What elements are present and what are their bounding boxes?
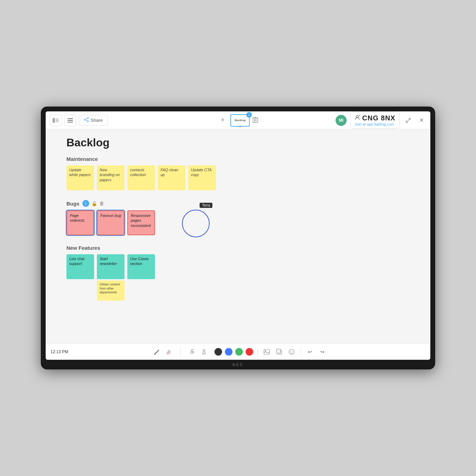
user-avatar: MI xyxy=(336,115,347,126)
style-tools: S S xyxy=(185,347,212,357)
sticky-obtain-content[interactable]: Obtain content from other departments xyxy=(97,281,125,301)
panel-toggle-button[interactable] xyxy=(50,115,62,126)
separator-1 xyxy=(180,348,181,356)
pen-tool-button[interactable] xyxy=(152,347,162,357)
separator-2 xyxy=(257,348,258,356)
svg-point-30 xyxy=(289,349,294,354)
sticky-page-redirects[interactable]: Page redirects xyxy=(66,210,94,235)
sticky-live-chat[interactable]: Live chat support xyxy=(66,254,94,279)
toolbar-right: MI CNG 8NX Join at app. xyxy=(336,112,426,129)
color-green[interactable] xyxy=(235,348,243,356)
svg-rect-5 xyxy=(67,120,73,121)
share-label: Share xyxy=(91,118,103,123)
bugs-title: Bugs xyxy=(66,201,80,207)
bottom-toolbar: 12:13 PM xyxy=(46,343,430,360)
sticky-responsive-container: Responsive pages inconsistent Terra xyxy=(127,210,155,235)
person-icon xyxy=(355,115,360,122)
circle-annotation: Terra xyxy=(182,210,210,237)
svg-point-31 xyxy=(290,351,291,351)
svg-line-21 xyxy=(406,118,410,122)
style-s2-button[interactable]: S xyxy=(199,347,209,357)
toolbar-left: Share xyxy=(50,115,108,126)
join-code: CNG 8NX xyxy=(362,114,395,122)
tv-brand-label: NEC xyxy=(232,363,244,367)
emoji-tool-button[interactable] xyxy=(287,347,296,357)
join-card-top: CNG 8NX xyxy=(355,114,395,122)
page-dropdown-arrow[interactable]: ▾ xyxy=(239,125,241,128)
pen-tools xyxy=(149,347,176,357)
minimize-button[interactable] xyxy=(403,116,413,125)
separator-3 xyxy=(301,348,301,356)
sticky-favicon-bug[interactable]: Favicon bug xyxy=(97,210,125,235)
sticky-update-cta-copy[interactable]: Update CTA copy xyxy=(188,165,216,190)
svg-rect-3 xyxy=(56,121,59,122)
image-tool-button[interactable] xyxy=(262,347,272,357)
time-display: 12:13 PM xyxy=(51,349,68,354)
sticky-update-white-papers[interactable]: Update white papers xyxy=(66,165,94,190)
maintenance-section: Maintenance Update white papers New bran… xyxy=(66,156,410,190)
share-button[interactable]: Share xyxy=(79,115,108,126)
sticky-new-branding[interactable]: New branding on papers xyxy=(97,165,125,190)
maintenance-stickies: Update white papers New branding on pape… xyxy=(66,165,410,190)
svg-rect-2 xyxy=(56,120,59,121)
bug-lock-icon[interactable]: 🔒 xyxy=(91,201,97,206)
bug-trash-icon[interactable]: 🗑 xyxy=(99,201,104,206)
delete-page-button[interactable] xyxy=(253,117,258,124)
board-title: Backlog xyxy=(66,136,410,149)
duplicate-tool-button[interactable] xyxy=(274,347,284,357)
svg-point-8 xyxy=(84,119,86,120)
new-features-section: New Features Live chat support Start new… xyxy=(66,245,410,301)
bugs-stickies: Page redirects Favicon bug Responsive pa… xyxy=(66,210,410,235)
page-count-badge: 1 xyxy=(246,112,252,118)
sticky-start-newsletter[interactable]: Start newsletter xyxy=(97,254,125,279)
sticky-use-cases[interactable]: Use Cases section xyxy=(127,254,155,279)
svg-rect-26 xyxy=(264,349,269,354)
sticky-faq-clean-up[interactable]: FAQ clean up xyxy=(158,165,185,190)
bottom-tools: S S xyxy=(149,347,327,357)
svg-rect-1 xyxy=(56,119,59,119)
add-page-button[interactable]: + xyxy=(218,116,228,125)
toolbar-center: + Backlog 1 ▾ xyxy=(218,114,258,127)
redo-button[interactable]: ↪ xyxy=(318,347,327,357)
svg-line-10 xyxy=(85,118,87,119)
bugs-section: Bugs i 🔒 🗑 Page redirects Favicon bug Re… xyxy=(66,200,410,235)
svg-rect-6 xyxy=(67,122,73,122)
close-button[interactable]: ✕ xyxy=(416,116,426,125)
top-toolbar: Share + Backlog 1 ▾ xyxy=(46,111,430,129)
svg-point-7 xyxy=(87,118,89,119)
sticky-responsive-pages[interactable]: Responsive pages inconsistent xyxy=(127,210,155,235)
sticky-contacts-collection[interactable]: contacts collection xyxy=(127,165,155,190)
bugs-icons: i 🔒 🗑 xyxy=(82,200,104,207)
maintenance-title: Maintenance xyxy=(66,156,410,162)
svg-point-18 xyxy=(356,116,358,118)
menu-button[interactable] xyxy=(64,115,76,126)
color-black[interactable] xyxy=(214,348,222,356)
svg-rect-4 xyxy=(67,118,73,119)
canvas-area[interactable]: Backlog Maintenance Update white papers … xyxy=(46,129,430,343)
join-url: Join at app.flatfrog.com xyxy=(355,122,394,126)
new-features-title: New Features xyxy=(66,245,410,251)
join-card: CNG 8NX Join at app.flatfrog.com xyxy=(350,112,400,129)
style-s1-button[interactable]: S xyxy=(187,347,197,357)
svg-point-27 xyxy=(265,350,266,351)
svg-rect-0 xyxy=(53,118,55,123)
svg-rect-29 xyxy=(276,349,281,353)
svg-point-9 xyxy=(87,121,89,122)
undo-button[interactable]: ↩ xyxy=(305,347,315,357)
newsletter-group: Start newsletter Obtain content from oth… xyxy=(97,254,125,301)
bug-info-icon[interactable]: i xyxy=(82,200,89,207)
bugs-header: Bugs i 🔒 🗑 xyxy=(66,200,410,207)
tv-screen: Share + Backlog 1 ▾ xyxy=(46,111,430,360)
share-icon xyxy=(84,117,89,123)
svg-line-11 xyxy=(85,120,87,121)
page-thumbnail[interactable]: Backlog 1 ▾ xyxy=(230,114,250,127)
eraser-tool-button[interactable] xyxy=(164,347,173,357)
tv-frame: Share + Backlog 1 ▾ xyxy=(41,107,435,369)
color-red[interactable] xyxy=(246,348,253,356)
svg-point-32 xyxy=(292,351,293,351)
new-features-stickies: Live chat support Start newsletter Obtai… xyxy=(66,254,410,301)
color-blue[interactable] xyxy=(225,348,232,356)
